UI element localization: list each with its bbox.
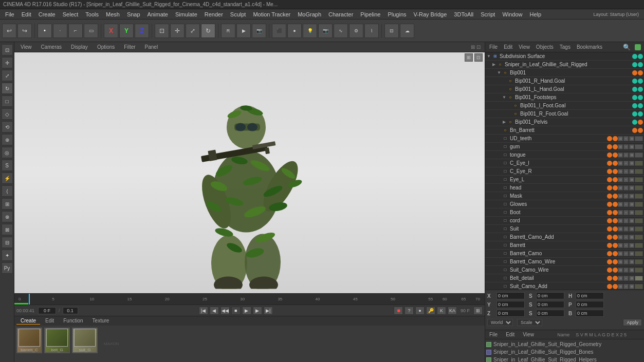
menu-mograph[interactable]: MoGraph [295,11,324,18]
rot-b-input[interactable] [576,310,604,317]
select-tool-btn[interactable]: ⊡ [155,24,169,38]
menu-window[interactable]: Window [499,11,525,18]
obj-row-cord[interactable]: ▶ □ cord ⊞ × ⊠ [485,217,644,225]
record-btn[interactable]: ⏺ [394,307,403,315]
render-region-btn[interactable]: R [221,24,235,38]
render-active-btn[interactable]: ▶ [236,24,251,38]
mode-polys-btn[interactable]: ▭ [84,24,98,38]
material-unknown[interactable]: suit_G [72,328,98,353]
lt-t7[interactable]: ⚡ [2,173,13,184]
axis-z-btn[interactable]: Z [135,24,149,38]
play-btn[interactable]: ▶ [242,307,251,315]
x-pos-input[interactable] [496,292,525,299]
obj-row-l-foot[interactable]: ▶ ○ Bip001_l_Foot.Goal [485,102,644,110]
attr-file-menu[interactable]: File [487,331,500,338]
attr-row-geometry[interactable]: Sniper_in_Leaf_Ghillie_Suit_Rigged_Geome… [486,340,643,348]
vtab-view[interactable]: View [16,44,36,50]
obj-tags-menu[interactable]: Tags [558,44,573,50]
3d-viewport[interactable]: ⊞ ⊡ [14,52,485,293]
add-cube-btn[interactable]: ⬛ [272,24,286,38]
lt-t2[interactable]: ◇ [2,108,13,120]
lt-t14[interactable]: Py [2,262,13,274]
rot-h-input[interactable] [576,292,604,299]
obj-row-head[interactable]: ▶ □ head ⊞ × ⊠ [485,184,644,192]
obj-row-pelvis[interactable]: ▶ ○ Bip001_Pelvis [485,118,644,126]
lt-select-btn[interactable]: ⊡ [2,44,13,55]
goto-start-btn[interactable]: |◀ [199,307,208,315]
lt-t1[interactable]: □ [2,96,13,107]
motion-record-btn[interactable]: ● [415,307,425,315]
menu-script[interactable]: Script [477,11,498,18]
menu-file[interactable]: File [2,11,17,18]
viewport-maximize-btn[interactable]: ⊞ [465,53,473,62]
viewport-menu-btn[interactable]: ⊡ [474,53,483,62]
s-z-input[interactable] [536,310,564,317]
lt-move-btn[interactable]: ✛ [2,57,13,68]
obj-row-suit-camo-add[interactable]: ▶ □ Suit_Camo_Add ⊞ × ⊠ [485,282,644,290]
sky-btn[interactable]: ☁ [400,24,414,38]
lt-scale-btn[interactable]: ⤢ [2,70,13,81]
vtab-cameras[interactable]: Cameras [37,44,66,50]
rotate-tool-btn[interactable]: ↻ [201,24,215,38]
move-tool-btn[interactable]: ✛ [170,24,185,38]
tab-texture[interactable]: Texture [88,317,114,325]
menu-help[interactable]: Help [527,11,545,18]
add-camera-btn[interactable]: 📷 [318,24,333,38]
obj-filter-green[interactable] [635,44,641,50]
y-pos-input[interactable] [496,301,525,308]
menu-create[interactable]: Create [35,11,59,18]
obj-row-suit-camo-wire[interactable]: ▶ □ Suit_Camo_Wire ⊞ × ⊠ [485,266,644,274]
obj-row-ud-teeth[interactable]: ▶ □ UD_teeth ⊞ × ⊠ [485,135,644,143]
mode-object-btn[interactable]: • [38,24,52,38]
menu-mesh[interactable]: Mesh [103,11,123,18]
current-frame-input[interactable] [38,307,56,314]
add-light-btn[interactable]: 💡 [303,24,317,38]
attr-view-menu[interactable]: View [521,331,536,338]
add-spline-btn[interactable]: ∿ [334,24,348,38]
menu-sculpt[interactable]: Sculpt [227,11,249,18]
menu-3dtoall[interactable]: 3DToAll [451,11,476,18]
lt-t13[interactable]: ✦ [2,250,13,261]
obj-view-menu[interactable]: View [517,44,532,50]
add-generator-btn[interactable]: ⚙ [349,24,363,38]
material-belt-g[interactable]: belt_G [44,328,70,353]
obj-row-bip001[interactable]: ▼ ○ Bip001 [485,69,644,77]
obj-row-bn-barrett[interactable]: ▶ ○ Bn_Barrett [485,126,644,135]
obj-row-gum[interactable]: ▶ □ gum ⊞ × ⊠ [485,143,644,151]
tab-edit[interactable]: Edit [41,317,58,325]
stop-btn[interactable]: ■ [231,307,241,315]
menu-tools[interactable]: Tools [82,11,102,18]
obj-row-boot[interactable]: ▶ □ Boot ⊞ × ⊠ [485,208,644,217]
play-reverse-btn[interactable]: ◀◀ [220,307,230,315]
redo-btn[interactable]: ↪ [17,24,32,38]
lt-t8[interactable]: ⟨ [2,185,13,197]
obj-row-barrett-camo[interactable]: ▶ □ Barrett_Camo ⊞ × ⊠ [485,250,644,258]
prev-frame-btn[interactable]: ◀ [210,307,219,315]
object-list[interactable]: ▼ ⊞ Subdivision Surface ▶ ○ Sniper_in_Le… [485,52,644,290]
tab-create[interactable]: Create [16,317,40,325]
attr-edit-menu[interactable]: Edit [504,331,517,338]
mode-points-btn[interactable]: · [53,24,67,38]
obj-row-tongue[interactable]: ▶ □ tongue ⊞ × ⊠ [485,151,644,159]
obj-search-icon[interactable]: 🔍 [623,44,631,51]
key-sel-btn[interactable]: K [437,307,446,315]
lt-t11[interactable]: ⊠ [2,224,13,235]
coord-mode-scale[interactable]: Scale Size [517,319,542,326]
menu-snap[interactable]: Snap [124,11,143,18]
lt-t3[interactable]: ⟲ [2,121,13,132]
obj-row-barrett-camo-wire[interactable]: ▶ □ Barrett_Camo_Wire ⊞ × ⊠ [485,258,644,266]
lt-t12[interactable]: ⊟ [2,237,13,248]
record-settings-btn[interactable]: ? [404,307,414,315]
obj-row-barrett[interactable]: ▶ □ Barrett ⊞ × ⊠ [485,241,644,250]
axis-y-btn[interactable]: Y [119,24,134,38]
floor-btn[interactable]: ⊟ [384,24,399,38]
apply-btn[interactable]: Apply [623,319,642,326]
s-x-input[interactable] [536,292,564,299]
obj-row-suit[interactable]: ▶ □ Suit ⊞ × ⊠ [485,225,644,233]
next-frame-btn[interactable]: ▶ [253,307,262,315]
add-sphere-btn[interactable]: ● [287,24,302,38]
add-deformer-btn[interactable]: ⌇ [364,24,379,38]
autokey-btn[interactable]: 🔑 [426,307,435,315]
record-panel-btn[interactable]: ⊞ [473,307,483,315]
key-all-btn[interactable]: KA [448,307,457,315]
